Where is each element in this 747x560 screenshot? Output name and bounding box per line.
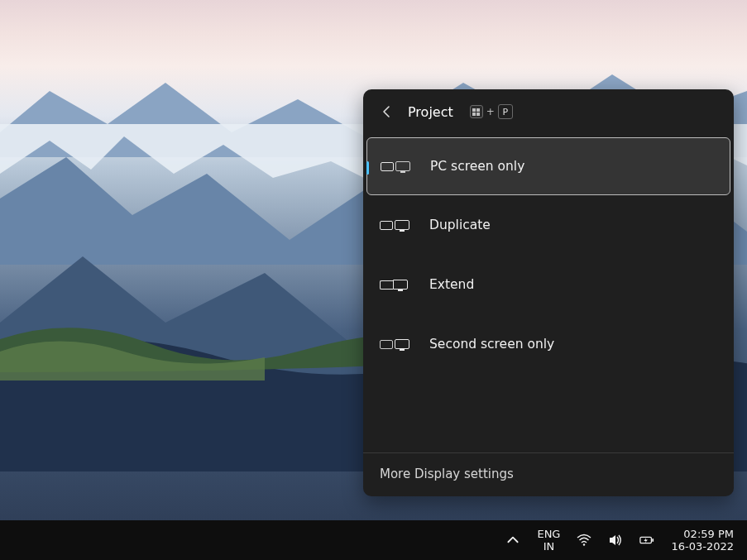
svg-point-0	[583, 543, 585, 545]
pc-screen-only-icon	[381, 158, 415, 175]
option-second-screen-only[interactable]: Second screen only	[366, 315, 730, 373]
more-display-settings-link[interactable]: More Display settings	[363, 452, 734, 496]
arrow-left-icon	[381, 105, 394, 118]
panel-title: Project	[408, 104, 453, 120]
windows-key-icon	[470, 105, 483, 118]
panel-header: Project + P	[363, 89, 734, 134]
language-line2: IN	[537, 540, 560, 553]
battery-icon	[639, 533, 654, 548]
battery-status[interactable]	[636, 520, 658, 560]
language-line1: ENG	[537, 528, 560, 540]
tray-overflow-button[interactable]	[502, 520, 524, 560]
option-label: PC screen only	[430, 159, 524, 174]
language-indicator[interactable]: ENG IN	[534, 520, 563, 560]
clock-date[interactable]: 02:59 PM 16-03-2022	[668, 520, 737, 560]
clock-date-value: 16-03-2022	[671, 540, 734, 553]
back-button[interactable]	[378, 103, 396, 121]
option-label: Extend	[429, 277, 474, 292]
chevron-up-icon	[505, 533, 520, 548]
p-key-icon: P	[498, 104, 513, 119]
second-screen-only-icon	[380, 336, 414, 352]
option-extend[interactable]: Extend	[366, 256, 730, 314]
taskbar: ENG IN	[0, 520, 747, 560]
desktop-wallpaper: Project + P PC screen only	[0, 0, 747, 560]
footer-link-label: More Display settings	[380, 467, 514, 481]
wifi-icon	[577, 533, 591, 548]
option-label: Duplicate	[429, 218, 491, 232]
option-label: Second screen only	[429, 337, 554, 352]
option-duplicate[interactable]: Duplicate	[366, 196, 730, 254]
project-options-list: PC screen only Duplicate Extend	[363, 134, 734, 452]
project-flyout-panel: Project + P PC screen only	[363, 89, 734, 496]
clock-time: 02:59 PM	[671, 528, 734, 540]
svg-rect-2	[653, 538, 654, 542]
volume-status[interactable]	[605, 520, 626, 560]
wifi-status[interactable]	[573, 520, 595, 560]
duplicate-icon	[380, 217, 414, 233]
option-pc-screen-only[interactable]: PC screen only	[366, 137, 730, 195]
plus-icon: +	[486, 106, 495, 117]
extend-icon	[380, 276, 414, 293]
speaker-icon	[608, 533, 623, 548]
keyboard-shortcut-hint: + P	[470, 104, 513, 119]
